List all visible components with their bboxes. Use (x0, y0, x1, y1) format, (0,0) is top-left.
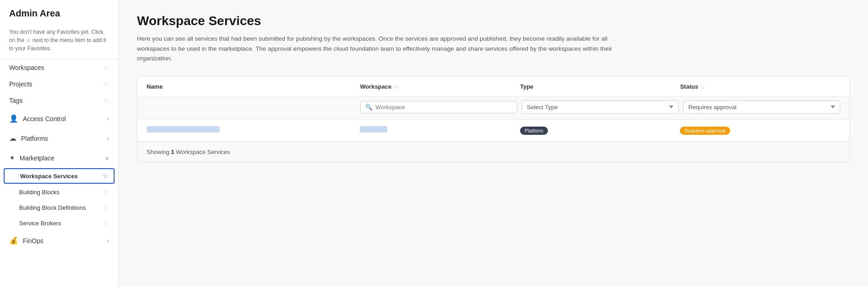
sidebar-item-workspace-services[interactable]: Workspace Services ☆ (4, 168, 115, 184)
th-status[interactable]: Status ↑↓ (680, 83, 840, 90)
sidebar-item-workspaces[interactable]: Workspaces ☆ (0, 59, 118, 76)
table-footer-label: Workspace Services (176, 149, 230, 155)
table-row[interactable]: Platform Requires approval (137, 120, 849, 142)
status-filter-select[interactable]: Requires approval All Approved Published… (683, 101, 840, 114)
finops-icon: 💰 (9, 236, 18, 245)
sidebar-item-projects[interactable]: Projects ☆ (0, 76, 118, 92)
filter-status-cell: Requires approval All Approved Published… (683, 101, 840, 114)
section-marketplace: ✦ Marketplace ∨ Workspace Services ☆ Bui… (0, 148, 118, 231)
cell-status: Requires approval (680, 126, 840, 135)
sidebar-item-building-blocks[interactable]: Building Blocks ☆ (0, 184, 118, 200)
th-name-label: Name (147, 83, 163, 90)
th-workspace[interactable]: Workspace ↑↓ (360, 83, 520, 90)
cell-workspace (360, 126, 520, 134)
sidebar-item-tags-label: Tags (9, 97, 23, 104)
workspace-search-input[interactable] (375, 104, 512, 111)
section-finops-label: FinOps (23, 237, 43, 244)
table-header-row: Name Workspace ↑↓ Type Status ↑↓ (137, 77, 849, 97)
sidebar-item-building-block-definitions-label: Building Block Definitions (19, 204, 86, 211)
sidebar-item-tags[interactable]: Tags ☆ (0, 92, 118, 109)
sidebar-item-workspaces-label: Workspaces (9, 64, 44, 71)
section-platforms-label: Platforms (21, 135, 48, 142)
workspace-search-wrapper[interactable]: 🔍 (360, 101, 517, 113)
workspace-sort-icon: ↑↓ (394, 84, 399, 89)
search-icon: 🔍 (365, 104, 373, 111)
cell-type: Platform (520, 126, 680, 135)
marketplace-icon: ✦ (9, 154, 15, 162)
section-platforms: ☁ Platforms › (0, 128, 118, 148)
admin-area-title: Admin Area (9, 8, 109, 19)
sidebar-item-building-block-definitions[interactable]: Building Block Definitions ☆ (0, 200, 118, 215)
section-finops: 💰 FinOps › (0, 231, 118, 250)
filter-row: 🔍 Select Type Platform Service Requires … (137, 97, 849, 120)
workspace-blurred-value (360, 126, 387, 133)
favorite-star-projects[interactable]: ☆ (103, 80, 109, 88)
sidebar-item-workspace-services-label: Workspace Services (20, 173, 78, 180)
table-count: 1 (171, 149, 174, 155)
sidebar-item-building-blocks-label: Building Blocks (19, 189, 59, 196)
filter-type-cell: Select Type Platform Service (522, 101, 679, 114)
favorite-star-workspaces[interactable]: ☆ (103, 64, 109, 71)
th-type: Type (520, 83, 680, 90)
section-marketplace-header[interactable]: ✦ Marketplace ∨ (0, 148, 118, 168)
section-marketplace-label: Marketplace (20, 154, 54, 162)
page-title: Workspace Services (137, 14, 850, 28)
workspace-services-table: Name Workspace ↑↓ Type Status ↑↓ 🔍 (137, 76, 850, 162)
marketplace-chevron: ∨ (105, 155, 109, 161)
status-sort-icon: ↑↓ (700, 84, 705, 89)
type-badge: Platform (520, 127, 548, 135)
sidebar-item-service-brokers-label: Service Brokers (19, 220, 61, 227)
table-footer: Showing 1 Workspace Services (137, 142, 849, 162)
sidebar-favorites-hint: You don't have any Favorites yet. Click … (0, 28, 118, 59)
platforms-icon: ☁ (9, 134, 16, 143)
sidebar: Admin Area You don't have any Favorites … (0, 0, 119, 287)
cell-name (147, 126, 360, 134)
section-access-control-header[interactable]: 👤 Access Control › (0, 109, 118, 128)
th-status-label: Status (680, 83, 698, 90)
section-platforms-header[interactable]: ☁ Platforms › (0, 128, 118, 148)
access-control-chevron: › (107, 116, 109, 122)
favorite-star-building-blocks[interactable]: ☆ (103, 188, 109, 196)
type-filter-select[interactable]: Select Type Platform Service (522, 101, 679, 114)
filter-name-cell (147, 101, 356, 114)
section-finops-header[interactable]: 💰 FinOps › (0, 231, 118, 250)
th-name: Name (147, 83, 360, 90)
finops-chevron: › (107, 238, 109, 244)
favorite-star-tags[interactable]: ☆ (103, 97, 109, 104)
main-content: Workspace Services Here you can see all … (119, 0, 868, 287)
filter-workspace-cell: 🔍 (360, 101, 517, 114)
favorite-star-workspace-services[interactable]: ☆ (102, 172, 108, 180)
access-control-icon: 👤 (9, 114, 18, 123)
name-blurred-value (147, 126, 220, 133)
section-access-control: 👤 Access Control › (0, 109, 118, 128)
favorite-star-service-brokers[interactable]: ☆ (103, 219, 109, 227)
favorite-star-building-block-definitions[interactable]: ☆ (103, 204, 109, 211)
sidebar-header: Admin Area (0, 0, 118, 23)
section-access-control-label: Access Control (23, 115, 66, 122)
sidebar-item-projects-label: Projects (9, 80, 32, 88)
th-type-label: Type (520, 83, 533, 90)
sidebar-item-service-brokers[interactable]: Service Brokers ☆ (0, 215, 118, 231)
status-badge: Requires approval (680, 127, 730, 135)
page-description: Here you can see all services that had b… (137, 34, 616, 64)
th-workspace-label: Workspace (360, 83, 391, 90)
platforms-chevron: › (107, 135, 109, 142)
